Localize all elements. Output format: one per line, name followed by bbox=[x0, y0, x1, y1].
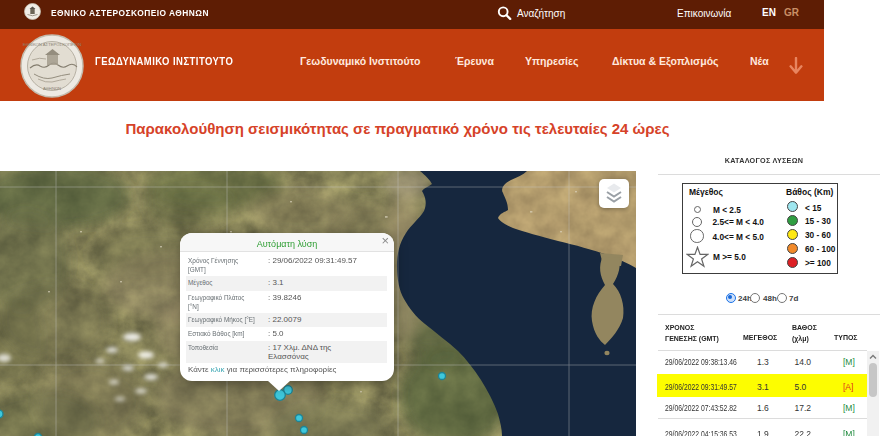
svg-text:ΑΘΗΝΩΝ: ΑΘΗΝΩΝ bbox=[43, 86, 61, 91]
svg-text:ΕΘΝΙΚΟΝ ΑΣΤΕΡΟΣΚΟΠΕΙΟΝ: ΕΘΝΙΚΟΝ ΑΣΤΕΡΟΣΚΟΠΕΙΟΝ bbox=[23, 42, 82, 47]
